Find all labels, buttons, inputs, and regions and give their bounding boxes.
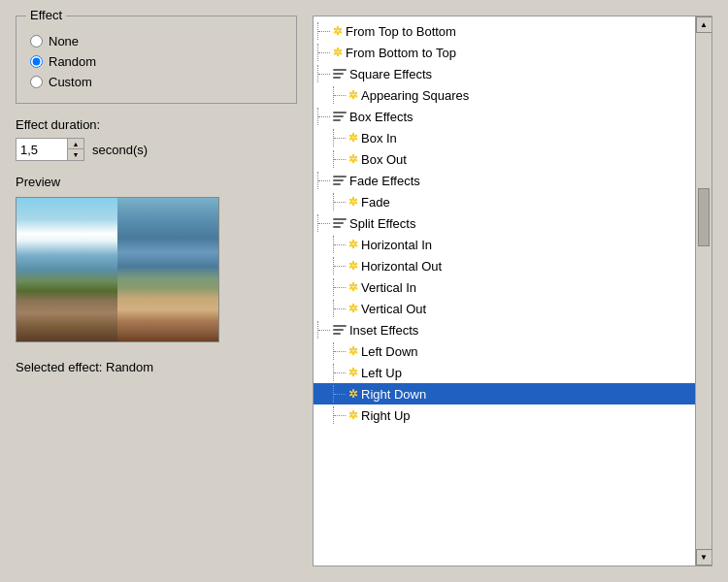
- list-item-category: Square Effects: [314, 63, 695, 84]
- list-item[interactable]: ✲ From Top to Bottom: [314, 20, 695, 42]
- star-icon: ✲: [348, 238, 358, 251]
- effect-group-title: Effect: [26, 8, 66, 22]
- star-icon: ✲: [348, 408, 358, 422]
- duration-input[interactable]: [17, 139, 67, 160]
- item-label: Right Down: [361, 387, 426, 402]
- list-item[interactable]: ✲ Fade: [314, 191, 695, 212]
- scroll-down-button[interactable]: ▼: [696, 549, 712, 566]
- category-icon: [333, 175, 347, 186]
- preview-label: Preview: [16, 175, 297, 189]
- preview-right-half: [117, 198, 218, 341]
- star-icon: ✲: [348, 195, 358, 209]
- category-label: Inset Effects: [349, 323, 418, 338]
- preview-image: [16, 197, 219, 342]
- custom-radio-row: Custom: [30, 75, 282, 89]
- item-label: From Top to Bottom: [346, 24, 456, 39]
- spinner-buttons: ▲ ▼: [67, 139, 83, 160]
- scroll-up-button[interactable]: ▲: [696, 16, 712, 33]
- star-icon: ✲: [333, 46, 343, 59]
- item-label: Left Down: [361, 344, 418, 359]
- none-label[interactable]: None: [49, 34, 79, 48]
- spinner-up-button[interactable]: ▲: [68, 139, 83, 149]
- selected-effect-label: Selected effect: Random: [16, 360, 297, 374]
- category-icon: [333, 111, 347, 122]
- scroll-track[interactable]: [696, 33, 711, 549]
- custom-label[interactable]: Custom: [49, 75, 92, 89]
- list-item[interactable]: ✲ Vertical Out: [314, 298, 695, 319]
- category-label: Square Effects: [349, 67, 432, 81]
- list-item-category: Fade Effects: [314, 170, 695, 191]
- star-icon: ✲: [348, 344, 358, 358]
- list-item[interactable]: ✲ Left Down: [314, 340, 695, 362]
- item-label: From Bottom to Top: [346, 46, 456, 60]
- list-item-category: Box Effects: [314, 106, 695, 127]
- list-item[interactable]: ✲ Right Up: [314, 404, 695, 426]
- effect-group: Effect None Random Custom: [16, 16, 297, 104]
- custom-radio[interactable]: [30, 76, 43, 88]
- star-icon: ✲: [348, 88, 358, 102]
- item-label: Fade: [361, 195, 390, 210]
- list-item[interactable]: ✲ From Bottom to Top: [314, 42, 695, 63]
- random-radio-row: Random: [30, 54, 282, 69]
- category-label: Split Effects: [349, 216, 415, 231]
- duration-input-row: ▲ ▼ second(s): [16, 138, 297, 161]
- item-label: Vertical Out: [361, 302, 426, 316]
- item-label: Appearing Squares: [361, 88, 469, 103]
- item-label: Left Up: [361, 366, 402, 380]
- list-item[interactable]: ✲ Horizontal In: [314, 234, 695, 255]
- star-icon: ✲: [348, 302, 358, 315]
- star-icon: ✲: [348, 387, 358, 401]
- star-icon: ✲: [348, 366, 358, 379]
- category-icon: [333, 217, 347, 229]
- list-item-selected[interactable]: ✲ Right Down: [314, 383, 695, 404]
- star-icon: ✲: [333, 24, 343, 38]
- scroll-thumb[interactable]: [698, 188, 710, 246]
- random-label[interactable]: Random: [49, 54, 96, 69]
- duration-label: Effect duration:: [16, 117, 297, 132]
- star-icon: ✲: [348, 152, 358, 166]
- duration-input-wrapper: ▲ ▼: [16, 138, 84, 161]
- category-label: Box Effects: [349, 110, 414, 124]
- scrollbar[interactable]: ▲ ▼: [695, 16, 711, 566]
- star-icon: ✲: [348, 280, 358, 294]
- item-label: Horizontal In: [361, 238, 432, 252]
- preview-section: Preview: [16, 175, 297, 342]
- duration-section: Effect duration: ▲ ▼ second(s): [16, 117, 297, 161]
- category-icon: [333, 324, 347, 336]
- item-label: Box Out: [361, 152, 407, 167]
- category-label: Fade Effects: [349, 174, 420, 188]
- none-radio-row: None: [30, 34, 282, 48]
- item-label: Vertical In: [361, 280, 416, 295]
- tree-list[interactable]: ✲ From Top to Bottom ✲ From Bottom to To…: [314, 16, 695, 566]
- list-item-category: Inset Effects: [314, 319, 695, 340]
- item-label: Box In: [361, 131, 397, 146]
- list-item[interactable]: ✲ Box Out: [314, 148, 695, 170]
- list-item[interactable]: ✲ Left Up: [314, 362, 695, 383]
- right-panel: ✲ From Top to Bottom ✲ From Bottom to To…: [313, 16, 712, 566]
- star-icon: ✲: [348, 259, 358, 273]
- spinner-down-button[interactable]: ▼: [68, 149, 83, 160]
- preview-left-half: [17, 198, 117, 341]
- list-item[interactable]: ✲ Appearing Squares: [314, 84, 695, 106]
- item-label: Horizontal Out: [361, 259, 442, 274]
- seconds-label: second(s): [92, 143, 148, 157]
- star-icon: ✲: [348, 131, 358, 145]
- random-radio[interactable]: [30, 55, 43, 68]
- item-label: Right Up: [361, 408, 411, 423]
- list-item[interactable]: ✲ Vertical In: [314, 276, 695, 298]
- list-item[interactable]: ✲ Box In: [314, 127, 695, 148]
- list-item[interactable]: ✲ Horizontal Out: [314, 255, 695, 276]
- category-icon: [333, 68, 347, 80]
- left-panel: Effect None Random Custom Effect duratio…: [16, 16, 297, 566]
- list-item-category: Split Effects: [314, 212, 695, 234]
- preview-image-inner: [17, 198, 218, 341]
- none-radio[interactable]: [30, 35, 43, 48]
